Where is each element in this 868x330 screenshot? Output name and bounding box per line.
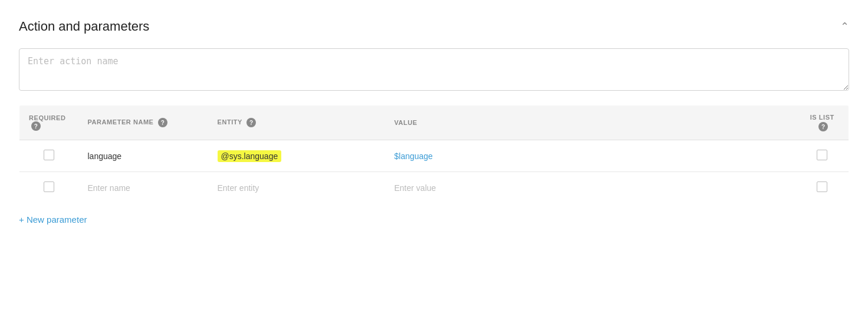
- parameter-name-help-icon[interactable]: ?: [158, 118, 167, 127]
- parameter-name-cell-1: language: [78, 140, 208, 172]
- collapse-icon[interactable]: ⌃: [840, 21, 849, 32]
- entity-help-icon[interactable]: ?: [246, 118, 256, 127]
- parameter-name-placeholder-2: Enter name: [88, 183, 130, 193]
- required-checkbox-1[interactable]: [44, 150, 54, 160]
- value-link-1[interactable]: $language: [394, 151, 433, 161]
- value-cell-2[interactable]: Enter value: [385, 172, 796, 204]
- is-list-cell-1: [796, 140, 849, 172]
- table-row: language @sys.language $language: [19, 140, 849, 172]
- table-row: Enter name Enter entity Enter value: [19, 172, 849, 204]
- action-name-input[interactable]: [19, 48, 849, 91]
- th-is-list: IS LIST ?: [796, 105, 849, 140]
- new-parameter-label: + New parameter: [19, 214, 87, 225]
- th-entity: ENTITY ?: [208, 105, 385, 140]
- th-required: REQUIRED ?: [19, 105, 78, 140]
- entity-cell-2[interactable]: Enter entity: [208, 172, 385, 204]
- value-cell-1: $language: [385, 140, 796, 172]
- is-list-help-icon[interactable]: ?: [818, 122, 828, 131]
- parameter-name-cell-2[interactable]: Enter name: [78, 172, 208, 204]
- required-cell-1: [19, 140, 78, 172]
- is-list-cell-2: [796, 172, 849, 204]
- section-header: Action and parameters ⌃: [19, 19, 849, 34]
- is-list-checkbox-2[interactable]: [817, 182, 827, 192]
- th-value: VALUE: [385, 105, 796, 140]
- entity-cell-1: @sys.language: [208, 140, 385, 172]
- table-header-row: REQUIRED ? PARAMETER NAME ? ENTITY ? VAL…: [19, 105, 849, 140]
- entity-value-1: @sys.language: [218, 150, 282, 162]
- entity-placeholder-2: Enter entity: [218, 183, 259, 193]
- new-parameter-button[interactable]: + New parameter: [19, 214, 87, 225]
- is-list-checkbox-1[interactable]: [817, 150, 827, 160]
- parameters-table: REQUIRED ? PARAMETER NAME ? ENTITY ? VAL…: [19, 105, 849, 204]
- required-checkbox-2[interactable]: [44, 182, 54, 192]
- required-cell-2: [19, 172, 78, 204]
- parameter-name-value-1: language: [88, 151, 122, 161]
- value-placeholder-2: Enter value: [394, 183, 436, 193]
- th-parameter-name: PARAMETER NAME ?: [78, 105, 208, 140]
- section-title: Action and parameters: [19, 19, 149, 34]
- required-help-icon[interactable]: ?: [31, 121, 41, 131]
